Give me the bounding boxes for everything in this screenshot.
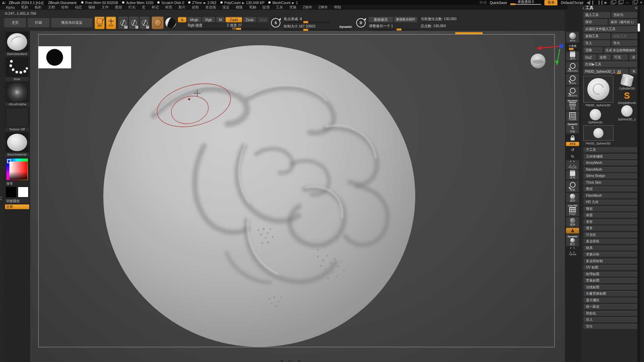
import-button[interactable]: 导入	[583, 40, 610, 46]
symmetry-button[interactable]: Dynamic ⇅ 对称	[566, 122, 579, 134]
zcut-button[interactable]: Zcut	[257, 17, 269, 22]
left-tray-divider[interactable]: ◂▸	[0, 10, 4, 362]
active-tool-thumbnail[interactable]	[583, 76, 613, 103]
draw-size-slider[interactable]	[284, 29, 351, 31]
palette-section-item[interactable]: 联系	[583, 245, 638, 251]
adjust-last-slider[interactable]	[368, 29, 419, 30]
palette-section-item[interactable]: 导出	[583, 324, 638, 329]
close-icon[interactable]: ×	[640, 0, 643, 5]
gradient-label[interactable]: 渐变	[5, 181, 29, 186]
preview-boolean-button[interactable]: 预览布尔渲染	[51, 18, 93, 27]
palette-section-item[interactable]: 多边形绘制	[583, 258, 638, 264]
menu-item[interactable]: 文件	[99, 5, 112, 10]
palette-section-item[interactable]: 纹理贴图	[583, 272, 638, 277]
menu-button[interactable]: 菜单	[544, 0, 557, 5]
menu-item[interactable]: 材质	[162, 5, 175, 10]
lightbox-tool-button[interactable]: 灯箱▶工具	[583, 61, 638, 67]
stroke-thumbnail[interactable]	[6, 57, 28, 77]
menu-item[interactable]: Z插件	[300, 5, 315, 10]
layout-panes-icon[interactable]	[618, 1, 622, 4]
goz-r-button[interactable]: R	[629, 54, 638, 60]
scroll-left-icon[interactable]: ◀	[280, 359, 282, 362]
ghost-button[interactable]: ♟	[566, 228, 579, 234]
goz-button[interactable]: GoZ	[583, 54, 597, 60]
subpixel-slider[interactable]: 子像素	[566, 44, 579, 51]
zsub-button[interactable]: Zsub	[243, 17, 256, 22]
color-picker[interactable]	[6, 159, 28, 180]
export-button[interactable]: 导出	[611, 40, 639, 46]
subpixel-slider-track[interactable]	[568, 48, 578, 50]
tray-grab-handle[interactable]: ◂▸	[0, 196, 2, 200]
scroll-right-icon[interactable]: ▶	[299, 359, 301, 362]
home-button[interactable]: 主页	[4, 18, 26, 27]
sphere3d-1-thumbnail[interactable]	[621, 105, 633, 117]
load-from-project-button[interactable]: 从项目文件载入工具	[583, 26, 638, 32]
menu-item[interactable]: 编辑	[85, 5, 99, 10]
cylinder3d-thumbnail[interactable]	[620, 74, 634, 87]
palette-section-item[interactable]: 多边形组	[583, 239, 638, 244]
palette-section-item[interactable]: Thick Skin	[583, 180, 638, 185]
rotate-button[interactable]: R	[140, 16, 150, 29]
palette-section-item[interactable]: Slime Bridge	[583, 173, 638, 179]
canvas-move-button[interactable]: 移动	[566, 170, 579, 180]
goz-visible-button[interactable]: 可见	[612, 54, 628, 60]
dynamic-size-label[interactable]: Dynamic	[339, 25, 352, 28]
scroll-vertical-icon[interactable]: ▲▼	[288, 359, 293, 362]
zscript-label[interactable]: DefaultZScript	[561, 1, 583, 5]
copy-tool-button[interactable]: 复制工具	[583, 33, 610, 39]
collapse-left-tray-icon[interactable]: ◀▎▎	[587, 1, 595, 4]
palette-section-item[interactable]: 可见性	[583, 232, 638, 238]
save-as-button[interactable]: 另存为	[611, 12, 639, 18]
menu-item[interactable]: 标记	[149, 5, 162, 10]
texture-thumbnail[interactable]	[6, 108, 28, 127]
anchor-a-button[interactable]: A	[178, 17, 186, 22]
menu-item[interactable]: 首选项	[202, 5, 219, 10]
redo-last-relative-button[interactable]: 重做最后相对	[394, 17, 417, 22]
current-stroke-preview[interactable]	[165, 17, 176, 28]
palette-section-item[interactable]: ArrayMesh	[583, 160, 638, 166]
palette-back-icon[interactable]: ‹	[583, 5, 584, 10]
palette-scrollbar-thumb[interactable]	[638, 23, 640, 32]
menu-item[interactable]: Alpha	[3, 5, 18, 9]
document-canvas[interactable]: ◀ ▲▼ ▶	[30, 31, 565, 362]
make-polymesh-button[interactable]: 生成 多边形网格物体	[604, 47, 638, 53]
frame-button[interactable]: 中心点	[566, 160, 579, 170]
mrgb-button[interactable]: Mrgb	[187, 17, 201, 22]
palette-section-item[interactable]: 几何体编辑	[583, 154, 638, 159]
palette-section-item[interactable]: 遮罩	[583, 226, 638, 231]
sphere3d-thumbnail[interactable]	[590, 109, 601, 120]
palette-section-item[interactable]: 统一蒙皮	[583, 304, 638, 309]
active-tool-slider[interactable]: PM3D_Sphere3D_1. 49	[583, 68, 629, 74]
canvas-zoom-button[interactable]: 缩放	[566, 180, 579, 192]
menu-item[interactable]: 宏	[139, 5, 149, 10]
menu-item[interactable]: 笔触	[246, 5, 260, 10]
scale-button[interactable]: S	[129, 16, 139, 29]
polyframe-button[interactable]: Line Fill PolyF	[566, 203, 579, 216]
transparency-button[interactable]: 透明	[566, 217, 579, 227]
solo-button[interactable]: Dynamic 孤立	[566, 234, 579, 246]
palette-section-item[interactable]: 矢量置换贴图	[583, 291, 638, 296]
redo-last-button[interactable]: 重做最后	[368, 17, 393, 22]
save-button[interactable]: 保存	[583, 19, 608, 25]
xpose-button[interactable]: Xpose	[566, 247, 579, 256]
palette-scrollbar[interactable]	[637, 4, 640, 362]
palette-section-item[interactable]: 置换贴图	[583, 278, 638, 283]
palette-section-item[interactable]: 初始化	[583, 311, 638, 316]
palette-section-item[interactable]: HD 几何	[583, 199, 638, 205]
alternate-button[interactable]: 交替	[5, 204, 29, 209]
focal-shift-slider[interactable]	[284, 22, 330, 23]
zadd-button[interactable]: Zadd	[225, 17, 242, 22]
goz-all-button[interactable]: 全部	[598, 54, 611, 60]
paste-tool-button[interactable]: 粘贴工具	[611, 33, 639, 39]
main-color-swatch[interactable]	[6, 187, 16, 197]
pm3d-small-thumbnail[interactable]	[583, 125, 613, 141]
palette-section-item[interactable]: NanoMesh	[583, 167, 638, 172]
menu-item[interactable]: 文档	[45, 5, 58, 10]
menu-item[interactable]: 绘制	[58, 5, 72, 10]
zoom2d-button[interactable]: Zoom2D	[566, 61, 579, 73]
menu-item[interactable]: 帮助	[331, 5, 344, 10]
menu-item[interactable]: 拾取	[189, 5, 202, 10]
menu-item[interactable]: 灯光	[125, 5, 139, 10]
secondary-color-swatch[interactable]	[18, 187, 29, 197]
swap-panes-icon[interactable]	[611, 1, 615, 4]
